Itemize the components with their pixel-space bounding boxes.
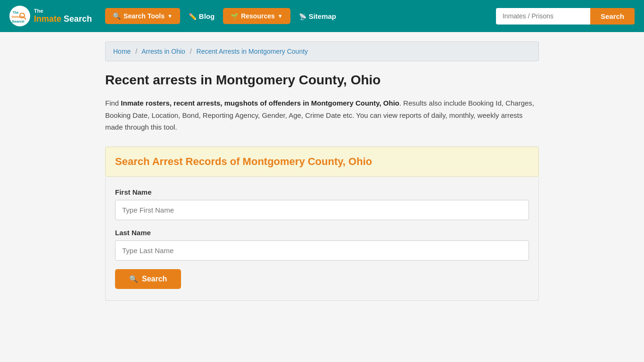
last-name-input[interactable] — [115, 240, 529, 261]
breadcrumb-sep-1: / — [135, 48, 137, 55]
breadcrumb: Home / Arrests in Ohio / Recent Arrests … — [105, 41, 539, 61]
header: The Inmate Search The Inmate Search Sear… — [0, 0, 644, 32]
sitemap-label: Sitemap — [309, 12, 336, 20]
first-name-input[interactable] — [115, 200, 529, 220]
page-title: Recent arrests in Montgomery County, Ohi… — [105, 73, 539, 88]
search-icon — [113, 12, 121, 20]
last-name-group: Last Name — [115, 229, 529, 261]
page-description: Find Inmate rosters, recent arrests, mug… — [105, 97, 539, 133]
page-body: Home / Arrests in Ohio / Recent Arrests … — [96, 32, 548, 320]
description-intro: Find — [105, 99, 121, 107]
breadcrumb-current-link[interactable]: Recent Arrests in Montgomery County — [197, 48, 308, 55]
search-form-area: First Name Last Name 🔍 Search — [105, 177, 539, 301]
chevron-down-icon-2: ▼ — [278, 13, 283, 19]
blog-label: Blog — [199, 12, 215, 20]
resources-label: Resources — [241, 12, 275, 20]
sitemap-icon — [299, 12, 306, 20]
header-search-button[interactable]: Search — [590, 8, 635, 25]
svg-text:The: The — [13, 11, 19, 14]
resources-icon — [231, 12, 238, 20]
first-name-group: First Name — [115, 188, 529, 220]
blog-icon — [189, 12, 197, 20]
sitemap-link[interactable]: Sitemap — [299, 12, 336, 20]
header-search-area: Search — [496, 8, 635, 25]
last-name-label: Last Name — [115, 229, 529, 237]
first-name-label: First Name — [115, 188, 529, 196]
search-tools-button[interactable]: Search Tools ▼ — [105, 8, 180, 24]
search-section-header: Search Arrest Records of Montgomery Coun… — [105, 147, 539, 177]
search-btn-icon: 🔍 — [129, 275, 138, 283]
breadcrumb-arrests-ohio-link[interactable]: Arrests in Ohio — [141, 48, 185, 55]
description-bold: Inmate rosters, recent arrests, mugshots… — [121, 99, 399, 107]
svg-text:Search: Search — [12, 19, 25, 24]
search-tools-label: Search Tools — [124, 12, 165, 20]
breadcrumb-sep-2: / — [190, 48, 192, 55]
chevron-down-icon: ▼ — [167, 13, 173, 19]
blog-link[interactable]: Blog — [189, 12, 215, 20]
header-search-label: Search — [601, 12, 624, 20]
search-btn-label: Search — [142, 275, 167, 283]
resources-button[interactable]: Resources ▼ — [223, 8, 290, 24]
logo-text: The Inmate Search — [34, 8, 92, 25]
logo-icon: The Inmate Search — [9, 6, 30, 26]
search-button[interactable]: 🔍 Search — [115, 269, 181, 289]
logo[interactable]: The Inmate Search The Inmate Search — [9, 6, 92, 26]
header-search-input[interactable] — [496, 8, 590, 25]
search-section-heading: Search Arrest Records of Montgomery Coun… — [115, 156, 529, 168]
breadcrumb-home-link[interactable]: Home — [113, 48, 131, 55]
